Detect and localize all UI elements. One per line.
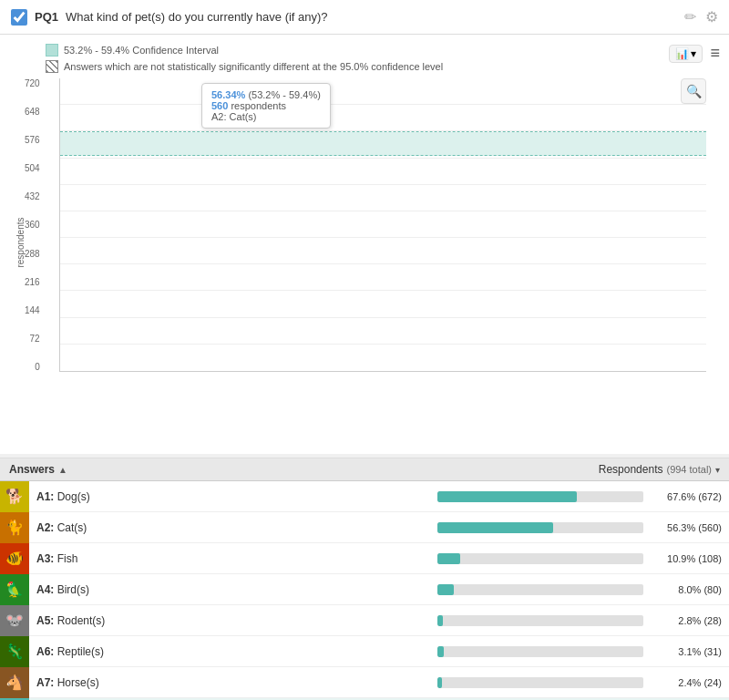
- answer-row-a5[interactable]: 🐭 A5: Rodent(s) 2.8% (28): [0, 605, 729, 636]
- answer-id-a7: A7:: [36, 676, 57, 689]
- y-label-144: 144: [25, 305, 40, 315]
- y-label-576: 576: [25, 135, 40, 145]
- answer-bar-fill-a2: [437, 522, 553, 533]
- answer-bar-bg-a7: [437, 677, 643, 688]
- bars-container: Dog(s) Cat(s) Fish Bird(s): [60, 78, 706, 371]
- answer-row-a3[interactable]: 🐠 A3: Fish 10.9% (108): [0, 543, 729, 574]
- respondents-sort-icon[interactable]: ▾: [715, 465, 720, 475]
- answer-bar-fill-a6: [437, 646, 444, 657]
- answer-bar-bg-a5: [437, 615, 643, 626]
- answer-row-a2[interactable]: 🐈 A2: Cat(s) 56.3% (560): [0, 512, 729, 543]
- edit-icon[interactable]: ✏: [684, 8, 696, 26]
- chart-menu-icon[interactable]: ≡: [710, 44, 720, 63]
- answer-bar-bg-a2: [437, 522, 643, 533]
- answers-header-left: Answers ▲: [9, 463, 67, 476]
- answer-id-a2: A2:: [36, 521, 57, 534]
- y-label-504: 504: [25, 163, 40, 173]
- answers-header: Answers ▲ Respondents (994 total) ▾: [0, 458, 729, 481]
- answer-icon-a1: 🐕: [0, 481, 29, 512]
- answers-header-right: Respondents (994 total) ▾: [599, 463, 720, 476]
- answer-bar-area-a1: 67.6% (672): [437, 491, 729, 502]
- answer-label-a1: A1: Dog(s): [29, 490, 437, 503]
- chart-bar-icon: 📊: [675, 47, 689, 60]
- answer-icon-a3: 🐠: [0, 543, 29, 574]
- answer-label-a7: A7: Horse(s): [29, 676, 437, 689]
- hatch-legend-item: Answers which are not statistically sign…: [46, 60, 720, 73]
- question-header: PQ1 What kind of pet(s) do you currently…: [0, 0, 729, 35]
- ci-color-swatch: [46, 44, 58, 57]
- answer-label-a6: A6: Reptile(s): [29, 645, 437, 658]
- y-label-0: 0: [35, 362, 40, 372]
- answer-row-a4[interactable]: 🦜 A4: Bird(s) 8.0% (80): [0, 574, 729, 605]
- answer-bar-bg-a4: [437, 584, 643, 595]
- answer-bar-area-a2: 56.3% (560): [437, 522, 729, 533]
- answer-icon-a6: 🦎: [0, 636, 29, 667]
- answer-label-a3: A3: Fish: [29, 552, 437, 565]
- answer-row-a7[interactable]: 🐴 A7: Horse(s) 2.4% (24): [0, 667, 729, 698]
- answer-bar-bg-a1: [437, 491, 643, 502]
- y-axis-labels: 720 648 576 504 432 360 288 216 144 72 0: [25, 78, 40, 372]
- answer-pct-a1: 67.6% (672): [649, 491, 722, 502]
- answer-pct-a2: 56.3% (560): [649, 522, 722, 533]
- answer-id-a3: A3:: [36, 552, 57, 565]
- chart-container: respondents 720 648 576 504 432 360 288 …: [59, 78, 706, 407]
- answer-bar-area-a7: 2.4% (24): [437, 677, 729, 688]
- chart-toolbar: 📊 ▾ ≡: [669, 44, 720, 63]
- chart-legend: 53.2% - 59.4% Confidence Interval Answer…: [46, 44, 720, 73]
- answer-pct-a6: 3.1% (31): [649, 646, 722, 657]
- answer-id-a1: A1:: [36, 490, 57, 503]
- chart-area: 53.2% - 59.4% Confidence Interval Answer…: [0, 35, 729, 454]
- answers-table: Answers ▲ Respondents (994 total) ▾ 🐕 A1…: [0, 458, 729, 700]
- ci-legend-label: 53.2% - 59.4% Confidence Interval: [64, 45, 219, 56]
- y-label-216: 216: [25, 277, 40, 287]
- answer-bar-fill-a1: [437, 491, 577, 502]
- respondents-label: Respondents: [599, 463, 663, 476]
- answer-icon-a7: 🐴: [0, 667, 29, 698]
- header-actions: ✏ ⚙: [684, 8, 718, 26]
- chart-dropdown-arrow: ▾: [691, 47, 696, 60]
- answer-bar-area-a6: 3.1% (31): [437, 646, 729, 657]
- y-label-720: 720: [25, 78, 40, 88]
- y-label-288: 288: [25, 249, 40, 259]
- answer-row-a1[interactable]: 🐕 A1: Dog(s) 67.6% (672): [0, 481, 729, 512]
- answer-icon-a2: 🐈: [0, 512, 29, 543]
- answer-id-a5: A5:: [36, 614, 57, 627]
- answer-bar-bg-a3: [437, 553, 643, 564]
- answer-id-a4: A4:: [36, 583, 57, 596]
- answer-label-a4: A4: Bird(s): [29, 583, 437, 596]
- answer-id-a6: A6:: [36, 645, 57, 658]
- answer-icon-a5: 🐭: [0, 605, 29, 636]
- answer-icon-a4: 🦜: [0, 574, 29, 605]
- answer-pct-a3: 10.9% (108): [649, 553, 722, 564]
- y-label-432: 432: [25, 191, 40, 201]
- answer-bar-fill-a4: [437, 584, 454, 595]
- answer-bar-bg-a6: [437, 646, 643, 657]
- question-checkbox[interactable]: [11, 9, 27, 26]
- answer-bar-area-a5: 2.8% (28): [437, 615, 729, 626]
- answers-sort-icon[interactable]: ▲: [58, 465, 67, 475]
- answer-label-a5: A5: Rodent(s): [29, 614, 437, 627]
- chart-plot: Dog(s) Cat(s) Fish Bird(s): [59, 78, 706, 372]
- hatch-legend-label: Answers which are not statistically sign…: [64, 61, 443, 72]
- answer-bar-area-a4: 8.0% (80): [437, 584, 729, 595]
- question-title: What kind of pet(s) do you currently hav…: [66, 10, 677, 24]
- y-label-648: 648: [25, 107, 40, 117]
- answer-bar-fill-a5: [437, 615, 443, 626]
- answer-bar-fill-a7: [437, 677, 442, 688]
- y-label-72: 72: [30, 334, 40, 344]
- question-id: PQ1: [35, 10, 58, 24]
- answer-pct-a7: 2.4% (24): [649, 677, 722, 688]
- hatch-color-swatch: [46, 60, 58, 73]
- answers-label: Answers: [9, 463, 55, 476]
- answer-row-a6[interactable]: 🦎 A6: Reptile(s) 3.1% (31): [0, 636, 729, 667]
- answer-pct-a4: 8.0% (80): [649, 584, 722, 595]
- ci-legend-item: 53.2% - 59.4% Confidence Interval: [46, 44, 720, 57]
- zoom-button[interactable]: 🔍: [681, 78, 706, 104]
- respondents-total: (994 total): [666, 464, 712, 475]
- y-label-360: 360: [25, 220, 40, 230]
- zoom-icon: 🔍: [686, 84, 702, 98]
- settings-icon[interactable]: ⚙: [705, 8, 718, 26]
- answer-pct-a5: 2.8% (28): [649, 615, 722, 626]
- answer-bar-area-a3: 10.9% (108): [437, 553, 729, 564]
- chart-type-dropdown[interactable]: 📊 ▾: [669, 45, 703, 63]
